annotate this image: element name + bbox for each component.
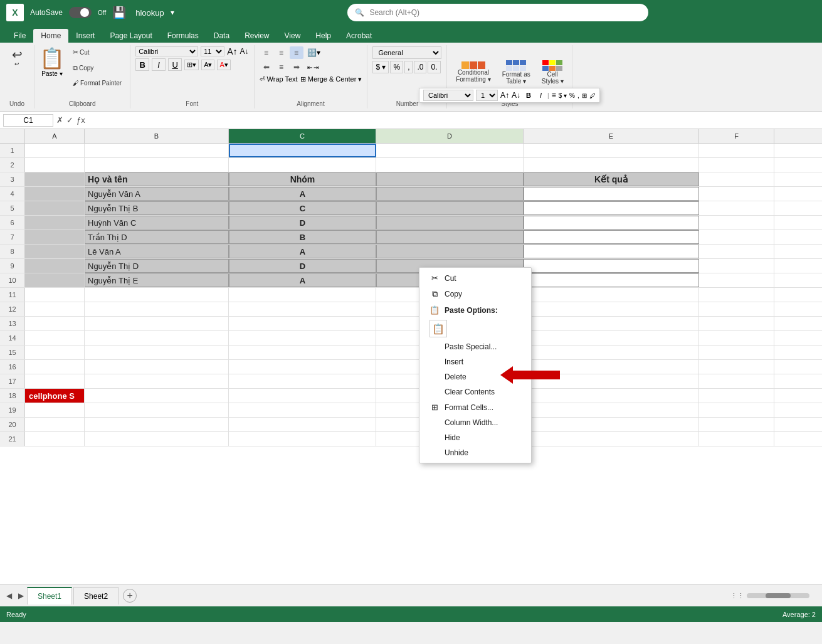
tab-view[interactable]: View — [277, 29, 308, 43]
format-as-table-button[interactable]: Format asTable ▾ — [499, 58, 534, 87]
cell-c4[interactable]: A — [229, 187, 376, 201]
menu-item-clear-contents[interactable]: Clear Contents — [419, 384, 531, 399]
menu-item-hide[interactable]: Hide — [419, 430, 531, 445]
cell-c10[interactable]: A — [229, 273, 376, 287]
cell-b10[interactable]: Nguyễn Thị E — [85, 273, 229, 287]
tab-review[interactable]: Review — [237, 29, 277, 43]
borders-button[interactable]: ⊞▾ — [184, 60, 199, 70]
col-header-b[interactable]: B — [85, 129, 229, 143]
cell-e7[interactable] — [524, 230, 699, 244]
cell-b1[interactable] — [85, 144, 229, 157]
cell-a3[interactable] — [25, 172, 85, 186]
cell-b2[interactable] — [85, 158, 229, 172]
decrease-decimal-button[interactable]: 0. — [428, 61, 440, 73]
decrease-font-button[interactable]: A↓ — [240, 47, 248, 56]
mini-shrink-icon[interactable]: A↓ — [512, 91, 520, 100]
mini-percent-button[interactable]: % — [569, 92, 575, 99]
currency-button[interactable]: $ ▾ — [372, 61, 389, 73]
cell-c5[interactable]: C — [229, 201, 376, 215]
cell-d8[interactable] — [376, 245, 524, 258]
cell-e1[interactable] — [524, 144, 699, 157]
mini-currency-button[interactable]: $ ▾ — [559, 92, 567, 99]
scrollbar[interactable] — [747, 593, 809, 598]
mini-italic-button[interactable]: I — [537, 91, 545, 100]
menu-item-cut[interactable]: ✂ Cut — [419, 270, 531, 286]
font-color-button[interactable]: A▾ — [217, 60, 230, 70]
cell-a10[interactable] — [25, 273, 85, 287]
cell-styles-button[interactable]: CellStyles ▾ — [539, 58, 567, 87]
menu-item-copy[interactable]: ⧉ Copy — [419, 286, 531, 302]
align-right-button[interactable]: ➡ — [290, 61, 303, 73]
number-format-select[interactable]: General — [372, 46, 441, 59]
filename-dropdown-icon[interactable]: ▾ — [171, 8, 174, 17]
indent-decrease-button[interactable]: ⇤ — [307, 64, 312, 71]
cell-b9[interactable]: Nguyễn Thị D — [85, 259, 229, 273]
cell-b3[interactable]: Họ và tên — [85, 172, 229, 186]
cell-a4[interactable] — [25, 187, 85, 201]
cell-a2[interactable] — [25, 158, 85, 172]
cell-d6[interactable] — [376, 216, 524, 230]
mini-bold-button[interactable]: B — [523, 91, 534, 100]
tab-formulas[interactable]: Formulas — [160, 29, 206, 43]
font-name-select[interactable]: Calibri — [135, 46, 198, 56]
filename[interactable]: hlookup — [135, 8, 164, 18]
formula-input[interactable] — [88, 115, 819, 126]
mini-grow-icon[interactable]: A↑ — [500, 91, 509, 100]
save-icon[interactable]: 💾 — [112, 6, 126, 19]
cell-f9[interactable] — [699, 259, 774, 273]
paste-button[interactable]: 📋 Paste ▾ — [40, 46, 65, 77]
align-top-right-button[interactable]: ≡ — [290, 46, 303, 59]
cell-f7[interactable] — [699, 230, 774, 244]
cell-a8[interactable] — [25, 245, 85, 258]
cancel-formula-icon[interactable]: ✗ — [56, 115, 63, 125]
col-header-a[interactable]: A — [25, 129, 85, 143]
cell-e5[interactable] — [524, 201, 699, 215]
cell-b7[interactable]: Trần Thị D — [85, 230, 229, 244]
format-painter-button[interactable]: 🖌 Format Painter — [70, 78, 125, 88]
tab-acrobat[interactable]: Acrobat — [339, 29, 379, 43]
align-center-button[interactable]: ≡ — [275, 61, 288, 73]
tab-data[interactable]: Data — [206, 29, 237, 43]
col-header-d[interactable]: D — [376, 129, 524, 143]
cell-c8[interactable]: A — [229, 245, 376, 258]
search-input[interactable] — [369, 8, 641, 17]
cell-c6[interactable]: D — [229, 216, 376, 230]
cell-e4[interactable] — [524, 187, 699, 201]
align-left-button[interactable]: ⬅ — [260, 61, 273, 73]
cell-d7[interactable] — [376, 230, 524, 244]
orientation-button[interactable]: 🔡▾ — [307, 48, 320, 57]
cell-d1[interactable] — [376, 144, 524, 157]
tab-home[interactable]: Home — [33, 29, 68, 43]
col-header-f[interactable]: F — [699, 129, 774, 143]
cell-f1[interactable] — [699, 144, 774, 157]
scroll-left-icon[interactable]: ⋮⋮ — [730, 592, 744, 600]
cell-f6[interactable] — [699, 216, 774, 230]
cell-a7[interactable] — [25, 230, 85, 244]
col-header-e[interactable]: E — [524, 129, 699, 143]
align-top-center-button[interactable]: ≡ — [275, 46, 288, 59]
sheet-nav-left[interactable]: ◀ — [3, 591, 15, 600]
cell-a5[interactable] — [25, 201, 85, 215]
mini-font-select[interactable]: Calibri — [423, 90, 473, 101]
comma-button[interactable]: , — [404, 61, 413, 73]
cell-b5[interactable]: Nguyễn Thị B — [85, 201, 229, 215]
mini-fill-button[interactable]: 🖊 — [589, 92, 596, 99]
increase-decimal-button[interactable]: .0 — [414, 61, 426, 73]
cell-f5[interactable] — [699, 201, 774, 215]
cell-e2[interactable] — [524, 158, 699, 172]
percent-button[interactable]: % — [390, 61, 403, 73]
align-top-left-button[interactable]: ≡ — [260, 46, 273, 59]
indent-increase-button[interactable]: ⇥ — [314, 64, 319, 71]
bold-button[interactable]: B — [135, 58, 149, 71]
mini-borders-button[interactable]: ⊞ — [582, 92, 587, 99]
cell-f3[interactable] — [699, 172, 774, 186]
cell-e9[interactable] — [524, 259, 699, 273]
menu-item-unhide[interactable]: Unhide — [419, 445, 531, 460]
cell-a1[interactable] — [25, 144, 85, 157]
mini-align-button[interactable]: ≡ — [552, 91, 556, 100]
sheet-tab-sheet2[interactable]: Sheet2 — [73, 587, 119, 604]
menu-item-format-cells[interactable]: ⊞ Format Cells... — [419, 399, 531, 415]
font-size-select[interactable]: 11 — [201, 46, 224, 56]
cell-c9[interactable]: D — [229, 259, 376, 273]
cell-c2[interactable] — [229, 158, 376, 172]
